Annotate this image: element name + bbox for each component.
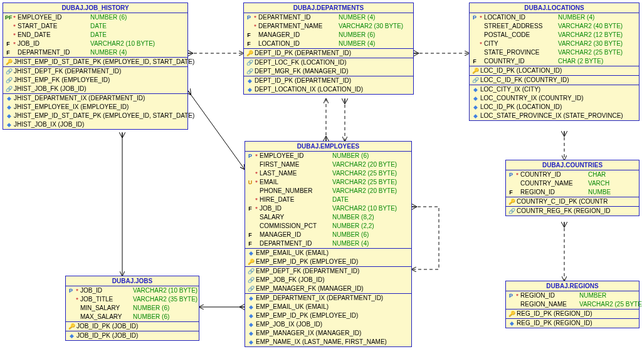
index-row: 🔗JHIST_DEPT_FK (DEPARTMENT_ID) — [3, 67, 187, 76]
pk-icon: 🔑 — [508, 309, 515, 318]
index-row: 🔗LOC_C_ID_FK (COUNTRY_ID) — [470, 76, 639, 85]
index-row: ◆JHIST_EMPLOYEE_IX (EMPLOYEE_ID) — [3, 103, 187, 112]
column-type: DATE — [332, 195, 349, 204]
column-row: F LOCATION_ID NUMBER (4) — [244, 39, 413, 48]
index-row: ◆EMP_EMP_ID_PK (EMPLOYEE_ID) — [245, 311, 411, 320]
column-type: NUMBER (6) — [332, 231, 369, 239]
column-type: VARCHAR2 (25 BYTE) — [558, 48, 623, 57]
column-row: * HIRE_DATE DATE — [245, 195, 411, 204]
columns-section: PF * EMPLOYEE_ID NUMBER (6) * START_DATE… — [3, 13, 187, 58]
column-row: PHONE_NUMBER VARCHAR2 (20 BYTE) — [245, 187, 411, 195]
column-name: REGION_NAME — [520, 300, 579, 309]
index-icon: ◆ — [5, 94, 13, 103]
column-type: VARCH — [588, 179, 609, 188]
column-name: PHONE_NUMBER — [260, 187, 332, 195]
column-type: NUMBER — [579, 291, 606, 300]
index-icon: ◆ — [508, 319, 515, 328]
column-row: COMMISSION_PCT NUMBER (2,2) — [245, 222, 411, 231]
column-name: LAST_NAME — [260, 169, 332, 178]
column-name: JOB_ID — [18, 39, 90, 48]
column-name: COMMISSION_PCT — [260, 222, 332, 231]
index-row: ◆LOC_COUNTRY_IX (COUNTRY_ID) — [470, 94, 639, 103]
column-type: NUMBER (4) — [90, 48, 127, 57]
column-row: F DEPARTMENT_ID NUMBER (4) — [245, 239, 411, 248]
column-type: VARCHAR2 (10 BYTE) — [90, 39, 155, 48]
table-countries[interactable]: DUBAJ.COUNTRIES P * COUNTRY_ID CHAR COUN… — [505, 160, 639, 216]
index-icon: ◆ — [247, 311, 255, 320]
column-row: * CITY VARCHAR2 (30 BYTE) — [470, 39, 639, 48]
table-employees[interactable]: DUBAJ.EMPLOYEES P * EMPLOYEE_ID NUMBER (… — [245, 141, 412, 347]
index-row: 🔑JOB_ID_PK (JOB_ID) — [66, 322, 199, 331]
column-row: PF * EMPLOYEE_ID NUMBER (6) — [3, 13, 187, 22]
index-row: ◆EMP_MANAGER_IX (MANAGER_ID) — [245, 329, 411, 338]
column-type: NUMBER (4) — [339, 13, 375, 22]
table-title: DUBAJ.REGIONS — [506, 281, 639, 291]
column-name: EMPLOYEE_ID — [260, 152, 332, 160]
pk-icon: 🔑 — [246, 49, 253, 58]
index-row: 🔗EMP_DEPT_FK (DEPARTMENT_ID) — [245, 267, 411, 276]
index-icon: ◆ — [247, 303, 255, 311]
column-name: JOB_ID — [80, 286, 133, 295]
index-row: ◆EMP_DEPARTMENT_IX (DEPARTMENT_ID) — [245, 294, 411, 303]
column-row: U * EMAIL VARCHAR2 (25 BYTE) — [245, 178, 411, 187]
column-type: NUMBER (6) — [133, 313, 169, 321]
index-row: ◆EMP_EMAIL_UK (EMAIL) — [245, 303, 411, 311]
column-row: F MANAGER_ID NUMBER (6) — [244, 31, 413, 39]
fk-icon: 🔗 — [508, 207, 515, 216]
index-icon: ◆ — [68, 331, 75, 340]
pk-icon: 🔑 — [508, 197, 515, 206]
column-row: * DEPARTMENT_NAME VARCHAR2 (30 BYTE) — [244, 22, 413, 31]
column-type: NUMBER (6) — [133, 304, 169, 313]
column-name: COUNTRY_ID — [484, 57, 558, 66]
column-type: NUMBE — [588, 188, 611, 197]
column-type: VARCHAR2 (30 BYTE) — [339, 22, 403, 31]
index-row: 🔑DEPT_ID_PK (DEPARTMENT_ID) — [244, 49, 413, 58]
column-name: MANAGER_ID — [258, 31, 339, 39]
pk-icon: 🔑 — [5, 58, 13, 66]
column-type: VARCHAR2 (20 BYTE) — [332, 160, 397, 169]
table-locations[interactable]: DUBAJ.LOCATIONS P * LOCATION_ID NUMBER (… — [469, 3, 639, 121]
index-row: ◆JHIST_EMP_ID_ST_DATE_PK (EMPLOYEE_ID, S… — [3, 112, 187, 120]
column-row: P * REGION_ID NUMBER — [506, 291, 639, 300]
column-type: VARCHAR2 (12 BYTE) — [558, 31, 623, 39]
column-type: NUMBER (6) — [332, 152, 369, 160]
table-job-history[interactable]: DUBAJ.JOB_HISTORY PF * EMPLOYEE_ID NUMBE… — [3, 3, 188, 130]
table-title: DUBAJ.COUNTRIES — [506, 160, 639, 170]
column-name: DEPARTMENT_ID — [260, 239, 332, 248]
column-row: REGION_NAME VARCHAR2 (25 BYTE) — [506, 300, 639, 309]
index-row: 🔗DEPT_LOC_FK (LOCATION_ID) — [244, 58, 413, 67]
column-name: DEPARTMENT_ID — [258, 13, 339, 22]
index-row: 🔗JHIST_JOB_FK (JOB_ID) — [3, 85, 187, 93]
column-row: F * JOB_ID VARCHAR2 (10 BYTE) — [245, 204, 411, 213]
fk-icon: 🔗 — [5, 76, 13, 85]
column-type: VARCHAR2 (10 BYTE) — [332, 204, 397, 213]
column-type: NUMBER (6) — [90, 13, 127, 22]
fk-icon: 🔗 — [471, 76, 479, 85]
column-row: * START_DATE DATE — [3, 22, 187, 31]
column-row: F * JOB_ID VARCHAR2 (10 BYTE) — [3, 39, 187, 48]
index-icon: ◆ — [471, 85, 479, 94]
table-departments[interactable]: DUBAJ.DEPARTMENTS P * DEPARTMENT_ID NUMB… — [243, 3, 414, 95]
index-row: 🔑REG_ID_PK (REGION_ID) — [506, 309, 639, 318]
index-icon: ◆ — [5, 112, 13, 120]
fk-icon: 🔗 — [247, 284, 255, 293]
column-name: DEPARTMENT_NAME — [258, 22, 339, 31]
table-title: DUBAJ.JOBS — [66, 276, 199, 286]
table-jobs[interactable]: DUBAJ.JOBS P * JOB_ID VARCHAR2 (10 BYTE)… — [65, 276, 199, 341]
index-row: 🔗DEPT_MGR_FK (MANAGER_ID) — [244, 67, 413, 76]
column-row: P * LOCATION_ID NUMBER (4) — [470, 13, 639, 22]
column-row: * END_DATE DATE — [3, 31, 187, 39]
column-row: * LAST_NAME VARCHAR2 (25 BYTE) — [245, 169, 411, 178]
column-row: F DEPARTMENT_ID NUMBER (4) — [3, 48, 187, 57]
fk-icon: 🔗 — [247, 276, 255, 284]
column-name: HIRE_DATE — [260, 195, 332, 204]
index-row: 🔑LOC_ID_PK (LOCATION_ID) — [470, 66, 639, 75]
column-name: LOCATION_ID — [258, 39, 339, 48]
index-icon: ◆ — [246, 76, 253, 85]
index-row: 🔑EMP_EMP_ID_PK (EMPLOYEE_ID) — [245, 257, 411, 266]
table-title: DUBAJ.LOCATIONS — [470, 3, 639, 13]
table-regions[interactable]: DUBAJ.REGIONS P * REGION_ID NUMBER REGIO… — [505, 281, 639, 328]
column-name: REGION_ID — [520, 188, 588, 197]
column-type: VARCHAR2 (10 BYTE) — [133, 286, 197, 295]
fk-icon: 🔗 — [246, 67, 253, 76]
